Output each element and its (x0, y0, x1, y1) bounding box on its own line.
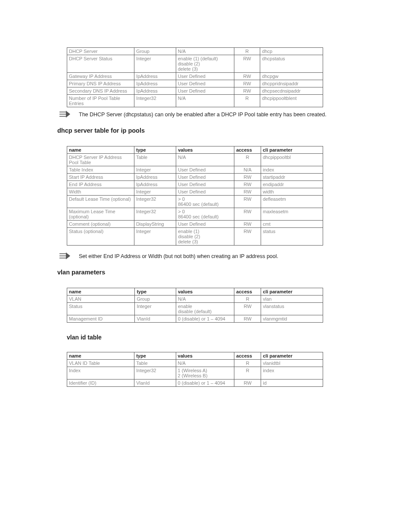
col-header-values: values (176, 146, 234, 154)
cell-type: Integer (134, 228, 176, 246)
cell-name: Identifier (ID) (67, 380, 134, 387)
table-row: Start IP AddressIpAddressUser DefinedRWs… (67, 174, 323, 181)
table-row: Number of IP Pool Table EntriesInteger32… (67, 95, 323, 107)
cell-type: Group (134, 48, 176, 55)
cell-name: Default Lease Time (optional) (67, 196, 134, 208)
cell-cli: maxleasetm (261, 208, 323, 221)
cell-values: N/A (176, 95, 234, 107)
cell-access: R (234, 360, 261, 367)
cell-name: DHCP Server IP Address Pool Table (67, 154, 134, 166)
note-arrow-icon (59, 111, 70, 118)
cell-access: RW (234, 55, 260, 73)
cell-type: IpAddress (134, 80, 176, 87)
cell-values: enable (1) (default) disable (2) delete … (176, 55, 234, 73)
heading-dhcp-pool-table: dhcp server table for ip pools (57, 127, 344, 134)
col-header-cli: cli parameter (261, 146, 323, 154)
cell-cli: dhcp (260, 48, 323, 55)
cell-type: Table (134, 154, 176, 166)
cell-access: RW (234, 87, 260, 95)
dhcp-server-params-table: DHCP ServerGroupN/ARdhcpDHCP Server Stat… (67, 47, 323, 107)
vlan-params-table: name type values access cli parameter VL… (67, 288, 323, 323)
cell-values: User Defined (176, 80, 234, 87)
cell-access: RW (234, 181, 261, 188)
cell-access: RW (234, 380, 261, 387)
cell-name: VLAN ID Table (67, 360, 134, 367)
table-row: Management IDVlanId0 (disable) or 1 – 40… (67, 315, 323, 323)
cell-access: RW (234, 80, 260, 87)
table-row: Gateway IP AddressIpAddressUser DefinedR… (67, 73, 323, 80)
cell-values: N/A (176, 48, 234, 55)
table-row: WidthIntegerUser DefinedRWwidth (67, 188, 323, 196)
cell-values: N/A (176, 296, 234, 303)
cell-access: N/A (234, 166, 261, 174)
cell-name: Maximum Lease Time (optional) (67, 208, 134, 221)
cell-type: IpAddress (134, 87, 176, 95)
cell-cli: index (261, 166, 323, 174)
cell-access: RW (234, 303, 261, 315)
cell-values: N/A (176, 360, 234, 367)
cell-name: End IP Address (67, 181, 134, 188)
col-header-type: type (134, 146, 176, 154)
cell-type: DisplayString (134, 221, 176, 228)
col-header-access: access (234, 146, 261, 154)
cell-name: Number of IP Pool Table Entries (67, 95, 134, 107)
cell-type: IpAddress (134, 174, 176, 181)
cell-values: User Defined (176, 166, 234, 174)
cell-values: User Defined (176, 188, 234, 196)
cell-name: DHCP Server (67, 48, 134, 55)
col-header-name: name (67, 146, 134, 154)
cell-values: 1 (Wireless A) 2 (Wireless B) (176, 367, 234, 380)
col-header-values: values (176, 352, 234, 360)
cell-name: Primary DNS IP Address (67, 80, 134, 87)
note-end-or-width: Set either End IP Address or Width (but … (67, 252, 344, 259)
col-header-cli: cli parameter (261, 352, 323, 360)
cell-cli: startipaddr (261, 174, 323, 181)
col-header-name: name (67, 352, 134, 360)
table-header-row: name type values access cli parameter (67, 288, 323, 296)
cell-name: Status (67, 303, 135, 315)
table-row: VLANGroupN/ARvlan (67, 296, 323, 303)
table-row: DHCP Server StatusIntegerenable (1) (def… (67, 55, 323, 73)
cell-name: Start IP Address (67, 174, 134, 181)
table-row: Maximum Lease Time (optional)Integer32> … (67, 208, 323, 221)
col-header-access: access (234, 288, 261, 296)
table-row: Identifier (ID)VlanId0 (disable) or 1 – … (67, 380, 323, 387)
cell-type: Integer32 (134, 95, 176, 107)
cell-cli: vlanstatus (261, 303, 323, 315)
cell-name: Comment (optional) (67, 221, 134, 228)
cell-cli: width (261, 188, 323, 196)
cell-name: Width (67, 188, 134, 196)
cell-cli: vlanmgmtid (261, 315, 323, 323)
table-row: Table IndexIntegerUser DefinedN/Aindex (67, 166, 323, 174)
cell-values: User Defined (176, 87, 234, 95)
note-arrow-icon (59, 252, 70, 259)
cell-cli: dhcpstatus (260, 55, 323, 73)
cell-access: RW (234, 196, 261, 208)
cell-cli: vlanidtbl (261, 360, 323, 367)
cell-cli: cmt (261, 221, 323, 228)
cell-name: Status (optional) (67, 228, 134, 246)
svg-marker-3 (66, 111, 70, 118)
cell-cli: dhcpgw (260, 73, 323, 80)
table-header-row: name type values access cli parameter (67, 352, 323, 360)
cell-cli: status (261, 228, 323, 246)
cell-type: Integer32 (134, 196, 176, 208)
cell-values: User Defined (176, 174, 234, 181)
cell-cli: defleasetm (261, 196, 323, 208)
cell-access: RW (234, 73, 260, 80)
cell-values: 0 (disable) or 1 – 4094 (176, 315, 234, 323)
note-dhcp-enable: The DHCP Server (dhcpstatus) can only be… (67, 111, 344, 118)
cell-cli: index (261, 367, 323, 380)
cell-type: Group (135, 296, 176, 303)
cell-access: RW (234, 208, 261, 221)
cell-values: 0 (disable) or 1 – 4094 (176, 380, 234, 387)
cell-values: User Defined (176, 181, 234, 188)
table-row: StatusIntegerenable disable (default)RWv… (67, 303, 323, 315)
cell-access: RW (234, 228, 261, 246)
cell-cli: dhcpsecdnsipaddr (260, 87, 323, 95)
table-row: DHCP Server IP Address Pool TableTableN/… (67, 154, 323, 166)
table-row: VLAN ID TableTableN/ARvlanidtbl (67, 360, 323, 367)
cell-cli: dhcpippooltbl (261, 154, 323, 166)
cell-cli: dhcpippooltblent (260, 95, 323, 107)
cell-access: RW (234, 174, 261, 181)
